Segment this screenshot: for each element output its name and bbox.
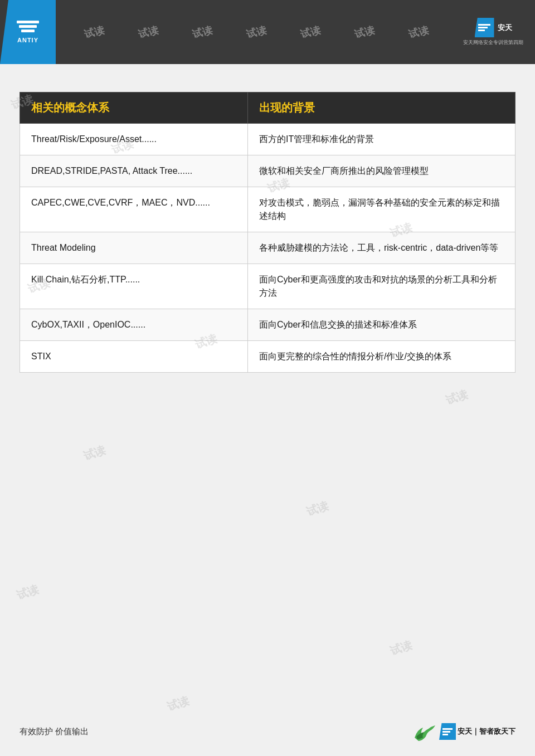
logo-icon <box>17 21 39 32</box>
table-cell-left: CAPEC,CWE,CVE,CVRF，MAEC，NVD...... <box>20 187 248 232</box>
table-cell-right: 各种威胁建模的方法论，工具，risk-centric，data-driven等等 <box>247 232 515 264</box>
table-cell-left: Threat/Risk/Exposure/Asset...... <box>20 124 248 155</box>
col1-header: 相关的概念体系 <box>20 92 248 124</box>
footer-brand-sub: 智者敌天下 <box>479 727 515 735</box>
r-stripe-2 <box>478 27 488 28</box>
footer-brand: 安天｜智者敌天下 <box>439 723 515 740</box>
table-row: Threat Modeling各种威胁建模的方法论，工具，risk-centri… <box>20 232 515 264</box>
footer-brand-row: 安天｜智者敌天下 <box>439 723 515 740</box>
header-wm-4: 试读 <box>245 23 268 41</box>
footer-logo: 安天｜智者敌天下 <box>412 721 515 742</box>
header-right-logo: 安天 安天网络安全专训营第四期 <box>457 10 529 55</box>
watermark: 试读 <box>15 582 41 603</box>
table-row: Threat/Risk/Exposure/Asset......西方的IT管理和… <box>20 124 515 155</box>
col2-header: 出现的背景 <box>247 92 515 124</box>
table-cell-right: 对攻击模式，脆弱点，漏洞等各种基础的安全元素的标定和描述结构 <box>247 187 515 232</box>
footer-stripes <box>442 728 453 735</box>
header-wm-3: 试读 <box>191 23 213 41</box>
header-wm-2: 试读 <box>137 23 159 41</box>
footer: 有效防护 价值输出 安天｜智者敌天下 <box>20 721 515 742</box>
footer-antiy-icon <box>439 723 456 740</box>
footer-bird-icon <box>412 721 437 742</box>
header-wm-5: 试读 <box>299 23 322 41</box>
right-logo-icon <box>475 18 494 37</box>
logo-stripe-3 <box>21 30 35 32</box>
table-cell-left: CybOX,TAXII，OpenIOC...... <box>20 309 248 341</box>
f-stripe-3 <box>442 734 448 735</box>
main-content: 相关的概念体系 出现的背景 Threat/Risk/Exposure/Asset… <box>0 64 535 395</box>
footer-brand-text: 安天｜智者敌天下 <box>458 726 515 737</box>
logo-stripe-2 <box>19 25 37 28</box>
header: ANTIY 试读 试读 试读 试读 试读 试读 试读 安天 安天网络安全专训营第… <box>0 0 535 64</box>
watermark: 试读 <box>82 442 108 464</box>
table-row: Kill Chain,钻石分析,TTP......面向Cyber和更高强度的攻击… <box>20 264 515 309</box>
logo-text: ANTIY <box>17 37 38 43</box>
concept-table: 相关的概念体系 出现的背景 Threat/Risk/Exposure/Asset… <box>20 92 515 373</box>
table-row: CybOX,TAXII，OpenIOC......面向Cyber和信息交换的描述… <box>20 309 515 341</box>
antiy-logo: ANTIY <box>0 0 56 64</box>
table-row: CAPEC,CWE,CVE,CVRF，MAEC，NVD......对攻击模式，脆… <box>20 187 515 232</box>
header-wm-7: 试读 <box>407 23 430 41</box>
r-stripe-1 <box>478 24 490 26</box>
table-row: DREAD,STRIDE,PASTA, Attack Tree......微软和… <box>20 155 515 187</box>
table-cell-left: DREAD,STRIDE,PASTA, Attack Tree...... <box>20 155 248 187</box>
table-cell-left: Threat Modeling <box>20 232 248 264</box>
watermark: 试读 <box>388 637 415 659</box>
watermark: 试读 <box>305 498 331 520</box>
table-cell-left: Kill Chain,钻石分析,TTP...... <box>20 264 248 309</box>
right-brand-text: 安天 <box>498 23 512 33</box>
right-logo-top: 安天 <box>475 18 512 37</box>
header-wm-6: 试读 <box>353 23 376 41</box>
table-cell-right: 面向Cyber和更高强度的攻击和对抗的场景的分析工具和分析方法 <box>247 264 515 309</box>
table-cell-right: 西方的IT管理和标准化的背景 <box>247 124 515 155</box>
header-wm-1: 试读 <box>82 23 105 41</box>
f-stripe-1 <box>442 728 453 730</box>
header-watermarks: 试读 试读 试读 试读 试读 试读 试读 <box>56 26 457 39</box>
table-cell-right: 面向更完整的综合性的情报分析/作业/交换的体系 <box>247 341 515 373</box>
table-row: STIX面向更完整的综合性的情报分析/作业/交换的体系 <box>20 341 515 373</box>
footer-brand-cn: 安天 <box>458 727 472 735</box>
table-cell-right: 微软和相关安全厂商所推出的风险管理模型 <box>247 155 515 187</box>
right-logo-stripes <box>478 24 490 31</box>
right-logo-subtitle: 安天网络安全专训营第四期 <box>463 39 523 46</box>
watermark: 试读 <box>166 693 192 715</box>
table-cell-right: 面向Cyber和信息交换的描述和标准体系 <box>247 309 515 341</box>
footer-slogan: 有效防护 价值输出 <box>20 726 89 737</box>
logo-stripe-1 <box>17 21 39 23</box>
table-cell-left: STIX <box>20 341 248 373</box>
logo-stripes <box>17 21 39 32</box>
f-stripe-2 <box>442 731 450 733</box>
r-stripe-3 <box>478 30 485 31</box>
